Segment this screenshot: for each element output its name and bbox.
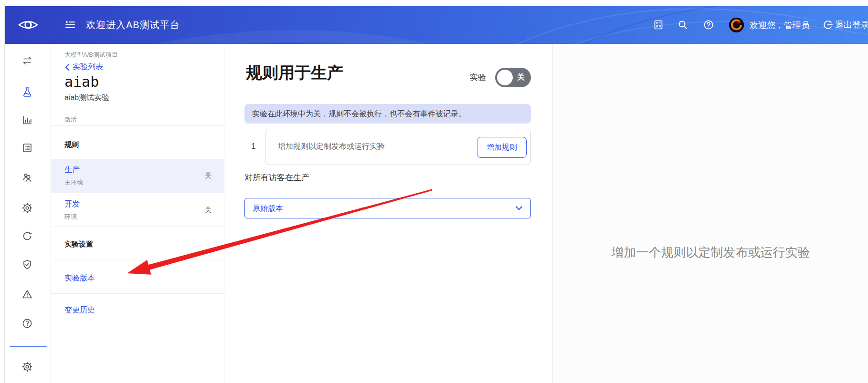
window-chrome-divider: [0, 4, 868, 4]
back-link-label: 实验列表: [73, 62, 103, 72]
back-to-experiment-list-link[interactable]: 实验列表: [64, 62, 103, 72]
experiment-settings-header: 实验设置: [64, 240, 93, 249]
rail-divider: [10, 346, 47, 347]
help-icon[interactable]: [703, 19, 714, 31]
bar-chart-icon[interactable]: [21, 114, 33, 126]
experiment-toggle-label: 实验: [470, 72, 486, 83]
env-subtitle: 环境: [64, 213, 77, 221]
env-row-production[interactable]: 生产 主环境 关: [51, 159, 224, 193]
chevron-down-icon: [515, 205, 523, 211]
project-name-label: 大模型A/B测试项目: [64, 51, 118, 59]
divider: [51, 293, 224, 294]
logout-label: 退出登录: [835, 19, 868, 31]
logout-button[interactable]: 退出登录: [823, 19, 868, 31]
env-name[interactable]: 生产: [64, 165, 80, 175]
experiments-flask-icon[interactable]: [21, 86, 33, 98]
divider: [51, 260, 224, 260]
sidebar-link-experiment-versions[interactable]: 实验版本: [64, 273, 95, 283]
experiment-toggle[interactable]: 关: [495, 68, 531, 87]
toggle-state-text: 关: [517, 72, 525, 83]
bottom-settings-gear-icon[interactable]: [21, 361, 33, 373]
list-panel-icon[interactable]: [21, 142, 33, 154]
divider: [51, 227, 224, 227]
environment-off-banner: 实验在此环境中为关，规则不会被执行，也不会有事件被记录。: [244, 104, 531, 124]
window-top-strip: [0, 0, 868, 6]
env-state-badge: 关: [205, 206, 212, 215]
refresh-icon[interactable]: [21, 230, 33, 242]
warning-triangle-icon[interactable]: [21, 289, 33, 300]
search-icon[interactable]: [677, 19, 688, 31]
user-avatar[interactable]: [729, 18, 744, 32]
sidebar-link-change-history[interactable]: 变更历史: [64, 305, 95, 315]
version-selected-value: 原始版本: [253, 204, 283, 214]
nav-icon-rail: [5, 44, 51, 383]
logout-icon: [823, 20, 833, 30]
app-header: 欢迎进入AB测试平台 欢迎您，管理员: [5, 6, 868, 44]
env-name[interactable]: 开发: [64, 199, 80, 209]
empty-rules-hint: 增加一个规则以定制发布或运行实验: [553, 244, 868, 261]
add-rule-row: 增加规则以定制发布或运行实验 增加规则: [265, 129, 531, 165]
env-state-badge: 关: [205, 172, 212, 180]
divider: [51, 125, 224, 126]
main-title: 规则用于生产: [246, 62, 343, 84]
swap-arrows-icon[interactable]: [21, 55, 33, 66]
experiment-sidebar: 大模型A/B测试项目 实验列表 aiab aiab测试实验 激活 规则 生产 主…: [51, 44, 224, 383]
calculator-icon[interactable]: [653, 19, 664, 31]
experiment-name: aiab: [64, 73, 99, 90]
menu-fold-icon[interactable]: [64, 19, 76, 31]
settings-gear-icon[interactable]: [21, 202, 33, 214]
add-rule-button[interactable]: 增加规则: [477, 137, 527, 158]
toggle-knob[interactable]: [497, 70, 513, 85]
shield-check-icon[interactable]: [21, 259, 33, 270]
version-select-dropdown[interactable]: 原始版本: [244, 198, 531, 218]
rules-empty-panel: 增加一个规则以定制发布或运行实验: [552, 44, 868, 383]
experiment-status-label: 激活: [64, 115, 77, 124]
chevron-left-icon: [64, 63, 70, 71]
rules-section-header: 规则: [64, 140, 79, 149]
user-greeting: 欢迎您，管理员: [750, 20, 810, 31]
rule-number: 1: [251, 142, 255, 151]
experiment-description: aiab测试实验: [64, 93, 109, 103]
users-icon[interactable]: [21, 172, 33, 183]
window-left-edge: [0, 4, 5, 383]
rules-main-panel: 规则用于生产 实验 关 实验在此环境中为关，规则不会被执行，也不会有事件被记录。…: [224, 44, 552, 383]
add-rule-placeholder-text: 增加规则以定制发布或运行实验: [278, 142, 385, 152]
divider: [51, 326, 224, 326]
question-circle-icon[interactable]: [21, 318, 33, 329]
audience-label: 对所有访客在生产: [244, 172, 309, 183]
page-title-header: 欢迎进入AB测试平台: [86, 19, 180, 31]
env-subtitle: 主环境: [64, 178, 83, 187]
env-row-development[interactable]: 开发 环境 关: [51, 193, 224, 227]
eye-logo: [18, 17, 38, 32]
